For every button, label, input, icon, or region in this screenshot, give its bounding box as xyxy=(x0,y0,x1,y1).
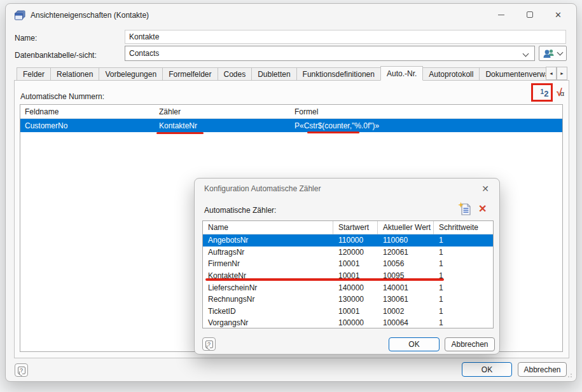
autonumber-12-icon-button[interactable]: 12 xyxy=(536,88,553,98)
name-input[interactable]: Kontakte xyxy=(125,30,566,44)
new-document-icon xyxy=(458,202,472,216)
app-window-icon xyxy=(15,10,25,20)
help-button[interactable]: ? xyxy=(15,363,28,377)
table-row[interactable]: VorgangsNr 100000 100064 1 xyxy=(203,317,493,329)
tab-autoprotokoll[interactable]: Autoprotokoll xyxy=(422,67,480,81)
table-header: Feldname Zähler Formel xyxy=(20,105,562,119)
table-header: Name Startwert Aktueller Wert Schrittwei… xyxy=(203,221,493,234)
table-row[interactable]: AuftragsNr 120000 120061 1 xyxy=(203,247,493,259)
arrow-right-icon: ► xyxy=(560,71,564,76)
titlebar: Ansichteneigenschaften (Kontakte) ✕ xyxy=(6,4,576,27)
tabstrip: Felder Relationen Vorbelegungen Formelfe… xyxy=(17,66,546,81)
counter-dialog-title: Konfiguration Automatische Zähler xyxy=(204,184,321,193)
column-header-feldname[interactable]: Feldname xyxy=(20,107,155,116)
counters-table: Name Startwert Aktueller Wert Schrittwei… xyxy=(202,220,494,328)
new-counter-button[interactable] xyxy=(458,202,472,216)
close-icon: ✕ xyxy=(555,10,562,20)
tab-felder[interactable]: Felder xyxy=(17,67,51,81)
help-button[interactable]: ? xyxy=(202,337,216,351)
ok-button[interactable]: OK xyxy=(389,337,440,351)
dialog-title: Ansichteneigenschaften (Kontakte) xyxy=(31,11,149,20)
delete-counter-button[interactable]: ✕ xyxy=(478,203,487,215)
column-header-aktueller-wert[interactable]: Aktueller Wert xyxy=(378,221,434,234)
database-table-combobox[interactable]: Contacts xyxy=(125,46,535,61)
maximize-icon xyxy=(527,11,533,18)
database-table-label: Datenbanktabelle/-sicht: xyxy=(15,51,97,60)
tab-vorbelegungen[interactable]: Vorbelegungen xyxy=(99,67,163,81)
people-icon xyxy=(543,49,555,58)
formula-sqrt-alpha-icon-button[interactable]: √α xyxy=(557,87,564,98)
chevron-down-icon xyxy=(523,51,529,57)
help-icon: ? xyxy=(205,341,213,348)
table-row[interactable]: KontakteNr 10001 10095 1 xyxy=(203,270,493,282)
database-table-value: Contacts xyxy=(129,49,159,58)
close-button[interactable]: ✕ xyxy=(479,182,492,195)
minimize-button[interactable] xyxy=(487,4,515,25)
auto-numbers-label: Automatische Nummern: xyxy=(20,92,104,101)
ok-button[interactable]: OK xyxy=(462,362,512,377)
help-icon: ? xyxy=(18,367,25,374)
counter-list-label: Automatische Zähler: xyxy=(204,206,276,215)
resize-grip[interactable] xyxy=(567,372,572,377)
tab-scroll-left-button[interactable]: ◄ xyxy=(546,67,557,80)
column-header-formel[interactable]: Formel xyxy=(290,107,562,116)
chevron-down-icon xyxy=(557,50,564,56)
close-button[interactable]: ✕ xyxy=(544,4,572,25)
tab-codes[interactable]: Codes xyxy=(218,67,253,81)
arrow-left-icon: ◄ xyxy=(549,71,553,76)
name-value: Kontakte xyxy=(129,32,159,41)
maximize-button[interactable] xyxy=(515,4,544,25)
tab-auto-nr[interactable]: Auto.-Nr. xyxy=(380,66,423,81)
name-label: Name: xyxy=(15,34,37,43)
counter-config-dialog: Konfiguration Automatische Zähler ✕ Auto… xyxy=(194,178,500,355)
table-row[interactable]: CustomerNo KontakteNr P«Cstr$(counter,"%… xyxy=(20,119,562,132)
close-icon: ✕ xyxy=(482,184,489,194)
tab-scroll-right-button[interactable]: ► xyxy=(557,67,567,80)
column-header-name[interactable]: Name xyxy=(203,221,333,234)
cancel-button[interactable]: Abbrechen xyxy=(518,362,567,377)
delete-x-icon: ✕ xyxy=(478,203,487,214)
tab-dubletten[interactable]: Dubletten xyxy=(251,67,296,81)
table-row[interactable]: AngebotsNr 110000 110060 1 xyxy=(203,234,493,247)
column-header-schrittweite[interactable]: Schrittweite xyxy=(434,221,493,234)
tab-dokumentenverwaltung[interactable]: Dokumentenverwaltung xyxy=(479,67,546,81)
tab-funktionsdefinitionen[interactable]: Funktionsdefinitionen xyxy=(296,67,381,81)
table-row[interactable]: LieferscheinNr 140000 140001 1 xyxy=(203,281,493,294)
cancel-button[interactable]: Abbrechen xyxy=(445,337,495,351)
table-row[interactable]: RechnungsNr 130000 130061 1 xyxy=(203,294,493,306)
table-options-split-button[interactable] xyxy=(539,46,567,61)
column-header-zaehler[interactable]: Zähler xyxy=(155,107,290,116)
table-row[interactable]: TicketID 10001 10002 1 xyxy=(203,306,493,318)
table-row[interactable]: FirmenNr 10001 10056 1 xyxy=(203,258,493,270)
column-header-startwert[interactable]: Startwert xyxy=(333,221,378,234)
tab-formelfelder[interactable]: Formelfelder xyxy=(162,67,218,81)
tab-relationen[interactable]: Relationen xyxy=(50,67,99,81)
minimize-icon xyxy=(498,15,504,15)
